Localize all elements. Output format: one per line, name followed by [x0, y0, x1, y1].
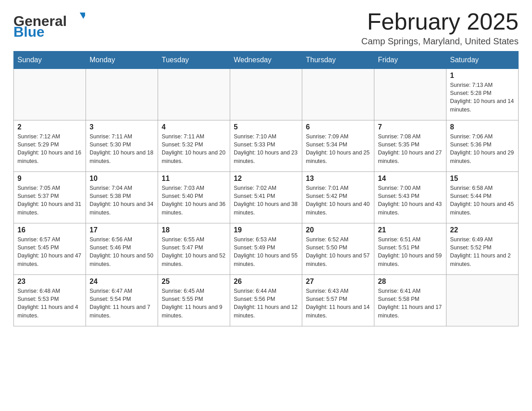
day-info: Sunrise: 7:05 AMSunset: 5:37 PMDaylight:…	[17, 184, 82, 217]
day-number: 9	[17, 175, 82, 183]
day-number: 11	[162, 175, 226, 183]
day-number: 12	[234, 175, 298, 183]
calendar-cell	[230, 69, 302, 120]
calendar-week-3: 9Sunrise: 7:05 AMSunset: 5:37 PMDaylight…	[14, 172, 519, 223]
day-number: 4	[162, 123, 226, 131]
day-number: 18	[162, 226, 226, 234]
day-number: 19	[234, 226, 298, 234]
day-info: Sunrise: 7:12 AMSunset: 5:29 PMDaylight:…	[17, 133, 82, 165]
day-number: 13	[306, 175, 370, 183]
logo: General Blue	[13, 9, 85, 38]
weekday-header-tuesday: Tuesday	[158, 51, 230, 69]
day-number: 7	[378, 123, 442, 131]
day-info: Sunrise: 7:04 AMSunset: 5:38 PMDaylight:…	[90, 184, 154, 217]
calendar-cell: 9Sunrise: 7:05 AMSunset: 5:37 PMDaylight…	[14, 172, 86, 223]
day-info: Sunrise: 6:41 AMSunset: 5:58 PMDaylight:…	[378, 287, 442, 320]
day-number: 15	[450, 175, 515, 183]
day-number: 24	[90, 278, 154, 286]
calendar-cell: 21Sunrise: 6:51 AMSunset: 5:51 PMDayligh…	[374, 223, 446, 275]
weekday-header-friday: Friday	[374, 51, 446, 69]
day-info: Sunrise: 6:57 AMSunset: 5:45 PMDaylight:…	[17, 235, 82, 268]
calendar-cell	[14, 69, 86, 120]
weekday-row: SundayMondayTuesdayWednesdayThursdayFrid…	[14, 51, 519, 69]
calendar-cell: 2Sunrise: 7:12 AMSunset: 5:29 PMDaylight…	[14, 120, 86, 172]
weekday-header-monday: Monday	[86, 51, 158, 69]
weekday-header-wednesday: Wednesday	[230, 51, 302, 69]
calendar-cell: 17Sunrise: 6:56 AMSunset: 5:46 PMDayligh…	[86, 223, 158, 275]
title-block: February 2025 Camp Springs, Maryland, Un…	[361, 9, 519, 47]
calendar-cell	[158, 69, 230, 120]
logo-svg: General Blue	[13, 9, 85, 38]
day-number: 5	[234, 123, 298, 131]
calendar-cell: 13Sunrise: 7:01 AMSunset: 5:42 PMDayligh…	[302, 172, 374, 223]
day-number: 25	[162, 278, 226, 286]
calendar-cell: 6Sunrise: 7:09 AMSunset: 5:34 PMDaylight…	[302, 120, 374, 172]
calendar-cell	[86, 69, 158, 120]
day-number: 16	[17, 226, 82, 234]
calendar-cell: 22Sunrise: 6:49 AMSunset: 5:52 PMDayligh…	[446, 223, 519, 275]
day-info: Sunrise: 6:45 AMSunset: 5:55 PMDaylight:…	[162, 287, 226, 320]
day-number: 2	[17, 123, 82, 131]
calendar-cell	[446, 275, 519, 326]
day-info: Sunrise: 6:52 AMSunset: 5:50 PMDaylight:…	[306, 235, 370, 268]
day-number: 1	[450, 72, 515, 80]
calendar-cell: 18Sunrise: 6:55 AMSunset: 5:47 PMDayligh…	[158, 223, 230, 275]
svg-text:Blue: Blue	[13, 24, 44, 38]
calendar-cell: 23Sunrise: 6:48 AMSunset: 5:53 PMDayligh…	[14, 275, 86, 326]
day-info: Sunrise: 6:51 AMSunset: 5:51 PMDaylight:…	[378, 235, 442, 268]
calendar-cell: 20Sunrise: 6:52 AMSunset: 5:50 PMDayligh…	[302, 223, 374, 275]
calendar-cell: 15Sunrise: 6:58 AMSunset: 5:44 PMDayligh…	[446, 172, 519, 223]
location-title: Camp Springs, Maryland, United States	[361, 36, 519, 47]
weekday-header-sunday: Sunday	[14, 51, 86, 69]
svg-marker-1	[80, 13, 85, 19]
day-number: 14	[378, 175, 442, 183]
calendar-cell	[374, 69, 446, 120]
calendar-cell: 7Sunrise: 7:08 AMSunset: 5:35 PMDaylight…	[374, 120, 446, 172]
day-info: Sunrise: 6:53 AMSunset: 5:49 PMDaylight:…	[234, 235, 298, 268]
calendar-cell: 4Sunrise: 7:11 AMSunset: 5:32 PMDaylight…	[158, 120, 230, 172]
calendar-cell: 19Sunrise: 6:53 AMSunset: 5:49 PMDayligh…	[230, 223, 302, 275]
calendar-week-1: 1Sunrise: 7:13 AMSunset: 5:28 PMDaylight…	[14, 69, 519, 120]
day-info: Sunrise: 7:10 AMSunset: 5:33 PMDaylight:…	[234, 133, 298, 165]
calendar-cell: 28Sunrise: 6:41 AMSunset: 5:58 PMDayligh…	[374, 275, 446, 326]
day-number: 17	[90, 226, 154, 234]
day-info: Sunrise: 7:00 AMSunset: 5:43 PMDaylight:…	[378, 184, 442, 217]
day-info: Sunrise: 7:08 AMSunset: 5:35 PMDaylight:…	[378, 133, 442, 165]
day-info: Sunrise: 6:49 AMSunset: 5:52 PMDaylight:…	[450, 235, 515, 268]
day-number: 6	[306, 123, 370, 131]
day-info: Sunrise: 7:11 AMSunset: 5:32 PMDaylight:…	[162, 133, 226, 165]
calendar-cell: 26Sunrise: 6:44 AMSunset: 5:56 PMDayligh…	[230, 275, 302, 326]
calendar-cell	[302, 69, 374, 120]
day-info: Sunrise: 6:48 AMSunset: 5:53 PMDaylight:…	[17, 287, 82, 320]
calendar-week-5: 23Sunrise: 6:48 AMSunset: 5:53 PMDayligh…	[14, 275, 519, 326]
calendar-cell: 8Sunrise: 7:06 AMSunset: 5:36 PMDaylight…	[446, 120, 519, 172]
weekday-header-thursday: Thursday	[302, 51, 374, 69]
day-info: Sunrise: 7:01 AMSunset: 5:42 PMDaylight:…	[306, 184, 370, 217]
day-info: Sunrise: 7:06 AMSunset: 5:36 PMDaylight:…	[450, 133, 515, 165]
calendar-cell: 10Sunrise: 7:04 AMSunset: 5:38 PMDayligh…	[86, 172, 158, 223]
calendar-cell: 3Sunrise: 7:11 AMSunset: 5:30 PMDaylight…	[86, 120, 158, 172]
month-title: February 2025	[361, 9, 519, 34]
day-number: 22	[450, 226, 515, 234]
calendar-cell: 27Sunrise: 6:43 AMSunset: 5:57 PMDayligh…	[302, 275, 374, 326]
day-info: Sunrise: 7:13 AMSunset: 5:28 PMDaylight:…	[450, 81, 515, 114]
day-info: Sunrise: 7:03 AMSunset: 5:40 PMDaylight:…	[162, 184, 226, 217]
calendar-cell: 11Sunrise: 7:03 AMSunset: 5:40 PMDayligh…	[158, 172, 230, 223]
day-number: 27	[306, 278, 370, 286]
day-info: Sunrise: 7:02 AMSunset: 5:41 PMDaylight:…	[234, 184, 298, 217]
calendar-cell: 25Sunrise: 6:45 AMSunset: 5:55 PMDayligh…	[158, 275, 230, 326]
day-info: Sunrise: 6:58 AMSunset: 5:44 PMDaylight:…	[450, 184, 515, 217]
calendar-cell: 24Sunrise: 6:47 AMSunset: 5:54 PMDayligh…	[86, 275, 158, 326]
day-info: Sunrise: 6:55 AMSunset: 5:47 PMDaylight:…	[162, 235, 226, 268]
calendar-table: SundayMondayTuesdayWednesdayThursdayFrid…	[13, 51, 519, 326]
day-number: 20	[306, 226, 370, 234]
day-info: Sunrise: 7:09 AMSunset: 5:34 PMDaylight:…	[306, 133, 370, 165]
calendar-week-2: 2Sunrise: 7:12 AMSunset: 5:29 PMDaylight…	[14, 120, 519, 172]
day-info: Sunrise: 6:47 AMSunset: 5:54 PMDaylight:…	[90, 287, 154, 320]
calendar-cell: 5Sunrise: 7:10 AMSunset: 5:33 PMDaylight…	[230, 120, 302, 172]
calendar-body: 1Sunrise: 7:13 AMSunset: 5:28 PMDaylight…	[14, 69, 519, 326]
calendar-cell: 16Sunrise: 6:57 AMSunset: 5:45 PMDayligh…	[14, 223, 86, 275]
day-number: 26	[234, 278, 298, 286]
day-number: 21	[378, 226, 442, 234]
calendar-week-4: 16Sunrise: 6:57 AMSunset: 5:45 PMDayligh…	[14, 223, 519, 275]
